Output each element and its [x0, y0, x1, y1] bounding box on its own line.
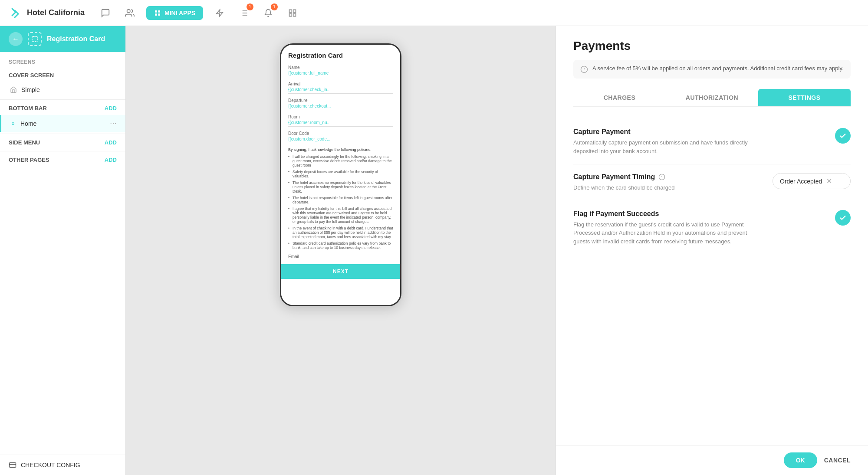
other-pages-label: OTHER PAGES [9, 157, 49, 163]
home-dots[interactable]: ⋯ [110, 119, 117, 128]
capture-timing-value: Order Accepted [780, 178, 822, 185]
svg-marker-5 [217, 9, 223, 16]
logo-icon [9, 6, 23, 20]
svg-rect-13 [293, 10, 296, 12]
right-panel: Payments A service fee of 5% will be app… [556, 26, 868, 475]
sidebar-item-home[interactable]: Home ⋯ [0, 115, 125, 132]
tasks-icon[interactable]: 1 [236, 5, 252, 21]
checkout-icon [9, 461, 16, 469]
phone-title: Registration Card [288, 52, 393, 59]
mini-apps-button[interactable]: MINI APPS [146, 6, 203, 20]
home-nav-label: Home [20, 120, 36, 127]
tab-charges[interactable]: CHARGES [573, 89, 666, 106]
policies-intro: By signing, I acknowledge the following … [288, 147, 393, 152]
checkout-config[interactable]: CHECKOUT CONFIG [0, 455, 126, 475]
flag-payment-row: Flag if Payment Succeeds Flag the reserv… [573, 201, 851, 255]
grid-icon[interactable] [285, 5, 300, 21]
phone-mockup: Registration Card Name {{customer.full_n… [280, 43, 401, 306]
bottom-bar-section: BOTTOM BAR ADD [0, 102, 125, 115]
phone-doorcode-label: Door Code [288, 131, 393, 136]
policy-7: Standard credit card authorization polic… [288, 241, 393, 250]
bottom-bar-add[interactable]: ADD [105, 105, 117, 111]
policy-1: I will be charged accordingly for the fo… [288, 154, 393, 167]
capture-timing-pill[interactable]: Order Accepted ✕ [773, 173, 851, 189]
other-pages-add[interactable]: ADD [105, 157, 117, 163]
capture-timing-dropdown[interactable]: Order Accepted ✕ [773, 173, 851, 189]
checkout-label: CHECKOUT CONFIG [21, 462, 80, 468]
cancel-button[interactable]: CANCEL [824, 457, 851, 464]
phone-arrival-label: Arrival [288, 82, 393, 86]
svg-rect-14 [289, 13, 292, 16]
panel-footer: OK CANCEL [556, 445, 868, 475]
svg-rect-2 [158, 10, 160, 13]
phone-name-value: {{customer.full_name [288, 71, 393, 77]
capture-payment-row: Capture Payment Automatically capture pa… [573, 119, 851, 164]
reg-card-icon [28, 32, 42, 46]
flag-payment-toggle-btn[interactable] [835, 210, 851, 226]
lightning-icon[interactable] [212, 5, 227, 21]
back-button[interactable]: ← [9, 32, 23, 46]
capture-payment-toggle[interactable] [835, 128, 851, 144]
flag-payment-toggle[interactable] [835, 210, 851, 226]
capture-payment-title: Capture Payment [573, 128, 756, 136]
tab-settings[interactable]: SETTINGS [758, 89, 851, 106]
mini-apps-label: MINI APPS [164, 10, 195, 16]
phone-name-label: Name [288, 65, 393, 70]
timing-info-icon [658, 174, 665, 180]
users-icon[interactable] [122, 5, 138, 21]
svg-rect-18 [10, 463, 16, 468]
svg-rect-4 [158, 13, 160, 16]
side-menu-add[interactable]: ADD [105, 139, 117, 146]
phone-name-field: Name {{customer.full_name [288, 65, 393, 77]
policy-6: In the event of checking in with a debit… [288, 226, 393, 239]
sidebar-item-simple[interactable]: Simple [0, 82, 125, 98]
phone-arrival-value: {{customer.check_in... [288, 87, 393, 94]
center-preview: Registration Card Name {{customer.full_n… [126, 26, 556, 475]
simple-label: Simple [21, 86, 40, 93]
service-fee-notice: A service fee of 5% will be applied on a… [573, 60, 851, 79]
capture-timing-title: Capture Payment Timing [573, 173, 756, 181]
app-name: Hotel California [27, 8, 85, 17]
main-layout: ← Registration Card SCREENS COVER SCREEN… [0, 26, 868, 475]
phone-room-field: Room {{customer.room_nu... [288, 115, 393, 127]
left-sidebar: ← Registration Card SCREENS COVER SCREEN… [0, 26, 126, 475]
screens-label: SCREENS [0, 52, 125, 69]
policy-5: I agree that my liability for this bill … [288, 206, 393, 224]
ok-button[interactable]: OK [784, 452, 817, 468]
capture-timing-clear[interactable]: ✕ [826, 177, 832, 185]
svg-rect-12 [289, 10, 292, 12]
chat-icon[interactable] [98, 5, 113, 21]
tasks-badge: 1 [247, 3, 253, 10]
sidebar-header: ← Registration Card [0, 26, 125, 52]
phone-departure-label: Departure [288, 98, 393, 103]
phone-arrival-field: Arrival {{customer.check_in... [288, 82, 393, 94]
flag-payment-info: Flag if Payment Succeeds Flag the reserv… [573, 210, 756, 246]
home-icon [10, 86, 17, 93]
capture-timing-desc: Define when the card should be charged [573, 183, 756, 192]
tab-authorization[interactable]: AUTHORIZATION [666, 89, 758, 106]
phone-next-btn[interactable]: NEXT [281, 264, 400, 279]
side-menu-label: SIDE MENU [9, 139, 40, 146]
home-nav-icon [10, 121, 16, 127]
cover-screen-section: COVER SCREEN [0, 69, 125, 82]
phone-departure-field: Departure {{customer.checkout... [288, 98, 393, 110]
phone-room-value: {{customer.room_nu... [288, 120, 393, 127]
flag-payment-title: Flag if Payment Succeeds [573, 210, 756, 218]
sidebar-header-title: Registration Card [47, 35, 105, 43]
side-menu-section: SIDE MENU ADD [0, 136, 125, 149]
svg-rect-3 [155, 13, 157, 16]
capture-timing-row: Capture Payment Timing Define when the c… [573, 164, 851, 201]
right-panel-content: Payments A service fee of 5% will be app… [556, 26, 868, 445]
payments-tabs: CHARGES AUTHORIZATION SETTINGS [573, 89, 851, 107]
svg-rect-1 [155, 10, 157, 13]
policy-3: The hotel assumes no responsibility for … [288, 180, 393, 193]
top-nav: Hotel California MINI APPS [0, 0, 868, 26]
capture-payment-info: Capture Payment Automatically capture pa… [573, 128, 756, 155]
logo-area: Hotel California [9, 6, 85, 20]
svg-point-0 [127, 9, 130, 12]
notifications-icon[interactable]: 1 [260, 5, 276, 21]
notif-badge: 1 [271, 3, 278, 10]
phone-doorcode-field: Door Code {{custom.door_code... [288, 131, 393, 143]
flag-payment-desc: Flag the reservation if the guest's cred… [573, 220, 756, 246]
capture-payment-toggle-btn[interactable] [835, 128, 851, 144]
